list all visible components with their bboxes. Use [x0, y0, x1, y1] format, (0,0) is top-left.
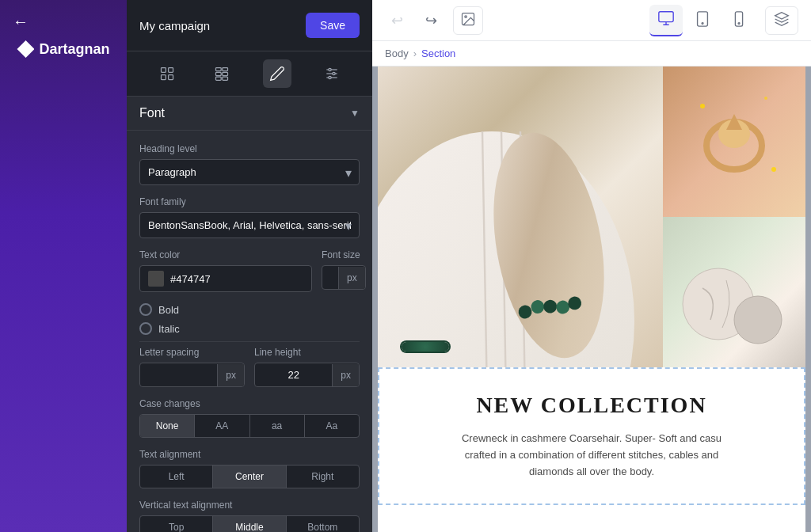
collection-title: NEW COLLECTION [411, 393, 772, 418]
canvas-content: NEW COLLECTION Crewneck in cashmere Coar… [372, 66, 811, 532]
color-input[interactable] [170, 273, 303, 285]
svg-point-14 [333, 72, 335, 74]
svg-rect-1 [161, 75, 166, 80]
desktop-button[interactable] [649, 5, 683, 36]
canvas-toolbar: ↩ ↪ [372, 0, 811, 41]
text-color-label: Text color [139, 249, 312, 260]
undo-button[interactable]: ↩ [385, 9, 409, 32]
bold-label: Bold [158, 304, 179, 316]
side-images [663, 66, 805, 367]
font-family-group: Font family BentonSansBook, Arial, Helve… [139, 196, 360, 238]
svg-rect-0 [161, 68, 166, 73]
side-bottom-image [663, 217, 805, 367]
editor-header: My campaign Save [127, 0, 372, 51]
side-top-image [663, 66, 805, 217]
font-family-select[interactable]: BentonSansBook, Arial, Helvetica, sans-s… [139, 212, 360, 238]
redo-button[interactable]: ↪ [419, 9, 444, 32]
svg-point-43 [734, 296, 782, 344]
letter-spacing-label: Letter spacing [139, 347, 245, 358]
arm-jewelry-image [378, 66, 663, 367]
svg-rect-7 [223, 72, 228, 75]
vertical-alignment-label: Vertical text alignment [139, 500, 360, 511]
italic-checkbox[interactable] [139, 322, 152, 335]
chevron-down-icon: ▼ [350, 108, 360, 119]
vertical-alignment-group: Vertical text alignment Top Middle Botto… [139, 500, 360, 532]
logo-icon [17, 40, 34, 58]
text-alignment-label: Text alignment [139, 449, 360, 460]
svg-rect-6 [216, 72, 222, 75]
spacing-row: Letter spacing px Line height px [139, 347, 360, 398]
svg-point-20 [702, 22, 703, 24]
heading-level-select[interactable]: Paragraph H1H2H3 [139, 159, 360, 185]
font-section-header[interactable]: Font ▼ [127, 97, 372, 131]
heading-level-group: Heading level Paragraph H1H2H3 [139, 143, 360, 185]
heading-level-select-wrapper: Paragraph H1H2H3 [139, 159, 360, 185]
font-size-group: Font size px [322, 249, 366, 292]
bold-row: Bold [139, 303, 360, 316]
svg-point-13 [329, 68, 331, 70]
case-aa-btn[interactable]: AA [195, 415, 249, 437]
breadcrumb-body[interactable]: Body [385, 48, 409, 59]
align-left-btn[interactable]: Left [140, 466, 213, 488]
image-button[interactable] [453, 6, 483, 35]
tab-grid[interactable] [208, 59, 236, 88]
letter-spacing-group: Letter spacing px [139, 347, 245, 387]
case-none-btn[interactable]: None [140, 415, 195, 437]
tab-settings[interactable] [318, 59, 346, 88]
svg-point-22 [738, 22, 740, 24]
line-height-label: Line height [254, 347, 360, 358]
color-swatch [148, 271, 164, 287]
valign-bottom-btn[interactable]: Bottom [287, 516, 359, 532]
align-center-btn[interactable]: Center [213, 466, 286, 488]
toolbar-tabs [127, 51, 372, 97]
back-button[interactable]: ← [0, 13, 29, 31]
font-family-label: Font family [139, 196, 360, 207]
svg-point-17 [465, 15, 467, 17]
editor-panel: My campaign Save [127, 0, 372, 532]
color-input-wrapper[interactable] [139, 265, 312, 292]
canvas-page: NEW COLLECTION Crewneck in cashmere Coar… [378, 66, 805, 532]
bold-checkbox[interactable] [139, 303, 152, 316]
canvas-scroll[interactable]: NEW COLLECTION Crewneck in cashmere Coar… [372, 66, 811, 532]
plugin-button[interactable] [765, 6, 798, 35]
svg-rect-5 [223, 68, 228, 71]
tablet-button[interactable] [686, 5, 719, 36]
image-grid [378, 66, 805, 367]
font-size-label: Font size [322, 249, 366, 260]
letter-spacing-wrapper: px [139, 363, 245, 387]
logo-text: Dartagnan [39, 41, 109, 58]
svg-point-15 [329, 76, 331, 78]
mobile-button[interactable] [722, 5, 756, 36]
letter-spacing-input[interactable] [140, 363, 217, 386]
canvas-area: ↩ ↪ [372, 0, 811, 532]
letter-spacing-unit: px [217, 364, 244, 386]
line-height-unit: px [332, 364, 359, 386]
italic-label: Italic [158, 323, 180, 335]
breadcrumb: Body › Section [372, 41, 811, 66]
line-height-wrapper: px [254, 363, 360, 387]
heading-level-label: Heading level [139, 143, 360, 154]
svg-point-38 [700, 104, 705, 108]
tab-pen[interactable] [263, 59, 291, 88]
device-buttons [649, 5, 756, 36]
case-aa-title-btn[interactable]: Aa [305, 415, 359, 437]
line-height-input[interactable] [255, 363, 332, 386]
svg-rect-4 [216, 68, 222, 71]
case-aa-lower-btn[interactable]: aa [250, 415, 305, 437]
svg-rect-18 [659, 11, 673, 21]
svg-rect-2 [168, 68, 173, 73]
svg-rect-3 [168, 75, 173, 80]
align-right-btn[interactable]: Right [287, 466, 359, 488]
save-button[interactable]: Save [306, 13, 360, 38]
main-image [378, 66, 663, 367]
valign-top-btn[interactable]: Top [140, 516, 213, 532]
font-section-title: Font [139, 106, 165, 120]
tab-layers[interactable] [153, 59, 181, 88]
font-size-wrapper: px [322, 265, 366, 290]
valign-middle-btn[interactable]: Middle [213, 516, 286, 532]
case-changes-label: Case changes [139, 398, 360, 409]
align-btn-group: Left Center Right [139, 465, 360, 488]
font-size-input[interactable] [322, 266, 338, 289]
form-content: Heading level Paragraph H1H2H3 Font fami… [127, 131, 372, 532]
font-family-select-wrapper: BentonSansBook, Arial, Helvetica, sans-s… [139, 212, 360, 238]
